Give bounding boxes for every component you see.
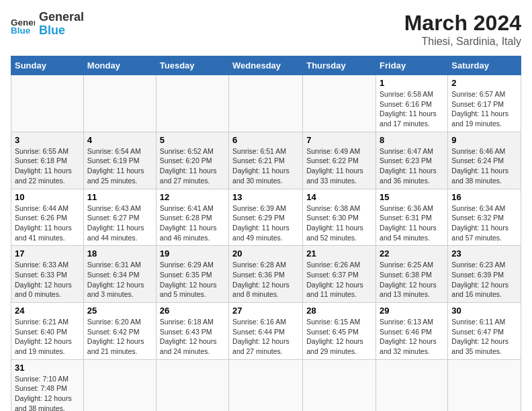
calendar-cell: [229, 359, 303, 411]
day-info: Sunrise: 6:31 AM Sunset: 6:34 PM Dayligh…: [87, 260, 152, 300]
day-info: Sunrise: 6:46 AM Sunset: 6:24 PM Dayligh…: [451, 146, 517, 186]
day-number: 30: [451, 306, 517, 316]
calendar-cell: 28Sunrise: 6:15 AM Sunset: 6:45 PM Dayli…: [303, 303, 376, 360]
day-info: Sunrise: 6:39 AM Sunset: 6:29 PM Dayligh…: [232, 203, 299, 243]
day-number: 13: [232, 192, 299, 202]
day-info: Sunrise: 6:41 AM Sunset: 6:28 PM Dayligh…: [160, 203, 225, 243]
day-info: Sunrise: 6:25 AM Sunset: 6:38 PM Dayligh…: [380, 260, 444, 300]
day-number: 25: [87, 306, 152, 316]
day-number: 12: [160, 192, 225, 202]
calendar-cell: 11Sunrise: 6:43 AM Sunset: 6:27 PM Dayli…: [83, 189, 156, 246]
day-info: Sunrise: 6:51 AM Sunset: 6:21 PM Dayligh…: [232, 146, 299, 186]
day-info: Sunrise: 6:18 AM Sunset: 6:43 PM Dayligh…: [160, 317, 225, 357]
day-info: Sunrise: 6:26 AM Sunset: 6:37 PM Dayligh…: [306, 260, 372, 300]
day-number: 10: [15, 192, 80, 202]
day-number: 4: [87, 135, 152, 145]
calendar-cell: [11, 75, 84, 132]
day-info: Sunrise: 6:36 AM Sunset: 6:31 PM Dayligh…: [380, 203, 444, 243]
day-info: Sunrise: 6:23 AM Sunset: 6:39 PM Dayligh…: [451, 260, 517, 300]
calendar-cell: [376, 359, 448, 411]
day-info: Sunrise: 6:13 AM Sunset: 6:46 PM Dayligh…: [380, 317, 444, 357]
calendar-cell: 20Sunrise: 6:28 AM Sunset: 6:36 PM Dayli…: [229, 246, 303, 303]
weekday-header-saturday: Saturday: [448, 56, 521, 75]
calendar-cell: 19Sunrise: 6:29 AM Sunset: 6:35 PM Dayli…: [156, 246, 228, 303]
calendar-cell: [448, 359, 521, 411]
day-info: Sunrise: 6:29 AM Sunset: 6:35 PM Dayligh…: [160, 260, 225, 300]
day-info: Sunrise: 6:33 AM Sunset: 6:33 PM Dayligh…: [15, 260, 80, 300]
calendar-cell: 18Sunrise: 6:31 AM Sunset: 6:34 PM Dayli…: [83, 246, 156, 303]
calendar-cell: [156, 75, 228, 132]
calendar-cell: 6Sunrise: 6:51 AM Sunset: 6:21 PM Daylig…: [229, 132, 303, 189]
day-number: 31: [15, 363, 80, 373]
calendar-cell: 30Sunrise: 6:11 AM Sunset: 6:47 PM Dayli…: [448, 303, 521, 360]
day-info: Sunrise: 6:55 AM Sunset: 6:18 PM Dayligh…: [15, 146, 80, 186]
day-info: Sunrise: 6:16 AM Sunset: 6:44 PM Dayligh…: [232, 317, 299, 357]
calendar-cell: 4Sunrise: 6:54 AM Sunset: 6:19 PM Daylig…: [83, 132, 156, 189]
weekday-header-sunday: Sunday: [11, 56, 84, 75]
day-number: 1: [380, 78, 444, 88]
calendar-cell: 21Sunrise: 6:26 AM Sunset: 6:37 PM Dayli…: [303, 246, 376, 303]
calendar-cell: 10Sunrise: 6:44 AM Sunset: 6:26 PM Dayli…: [11, 189, 84, 246]
calendar-cell: 24Sunrise: 6:21 AM Sunset: 6:40 PM Dayli…: [11, 303, 84, 360]
calendar-cell: 27Sunrise: 6:16 AM Sunset: 6:44 PM Dayli…: [229, 303, 303, 360]
day-info: Sunrise: 6:21 AM Sunset: 6:40 PM Dayligh…: [15, 317, 80, 357]
calendar-subtitle: Thiesi, Sardinia, Italy: [404, 36, 521, 48]
calendar-title: March 2024: [404, 11, 521, 36]
day-info: Sunrise: 6:57 AM Sunset: 6:17 PM Dayligh…: [451, 89, 517, 129]
calendar-cell: 7Sunrise: 6:49 AM Sunset: 6:22 PM Daylig…: [303, 132, 376, 189]
calendar-cell: 25Sunrise: 6:20 AM Sunset: 6:42 PM Dayli…: [83, 303, 156, 360]
day-info: Sunrise: 6:20 AM Sunset: 6:42 PM Dayligh…: [87, 317, 152, 357]
calendar-cell: 3Sunrise: 6:55 AM Sunset: 6:18 PM Daylig…: [11, 132, 84, 189]
calendar-cell: 5Sunrise: 6:52 AM Sunset: 6:20 PM Daylig…: [156, 132, 228, 189]
day-number: 28: [306, 306, 372, 316]
calendar-cell: 15Sunrise: 6:36 AM Sunset: 6:31 PM Dayli…: [376, 189, 448, 246]
week-row-6: 31Sunrise: 7:10 AM Sunset: 7:48 PM Dayli…: [11, 359, 521, 411]
day-info: Sunrise: 7:10 AM Sunset: 7:48 PM Dayligh…: [15, 374, 80, 411]
calendar-cell: 26Sunrise: 6:18 AM Sunset: 6:43 PM Dayli…: [156, 303, 228, 360]
day-number: 14: [306, 192, 372, 202]
calendar-table: SundayMondayTuesdayWednesdayThursdayFrid…: [11, 56, 521, 411]
day-number: 16: [451, 192, 517, 202]
calendar-cell: 12Sunrise: 6:41 AM Sunset: 6:28 PM Dayli…: [156, 189, 228, 246]
day-info: Sunrise: 6:47 AM Sunset: 6:23 PM Dayligh…: [380, 146, 444, 186]
calendar-cell: 29Sunrise: 6:13 AM Sunset: 6:46 PM Dayli…: [376, 303, 448, 360]
calendar-cell: 13Sunrise: 6:39 AM Sunset: 6:29 PM Dayli…: [229, 189, 303, 246]
day-number: 3: [15, 135, 80, 145]
calendar-cell: 2Sunrise: 6:57 AM Sunset: 6:17 PM Daylig…: [448, 75, 521, 132]
logo-icon: General Blue: [11, 12, 35, 36]
day-info: Sunrise: 6:52 AM Sunset: 6:20 PM Dayligh…: [160, 146, 225, 186]
calendar-cell: [303, 75, 376, 132]
day-number: 9: [451, 135, 517, 145]
calendar-cell: 9Sunrise: 6:46 AM Sunset: 6:24 PM Daylig…: [448, 132, 521, 189]
day-number: 11: [87, 192, 152, 202]
day-info: Sunrise: 6:11 AM Sunset: 6:47 PM Dayligh…: [451, 317, 517, 357]
calendar-cell: 16Sunrise: 6:34 AM Sunset: 6:32 PM Dayli…: [448, 189, 521, 246]
day-number: 17: [15, 248, 80, 259]
day-number: 20: [232, 248, 299, 259]
day-info: Sunrise: 6:15 AM Sunset: 6:45 PM Dayligh…: [306, 317, 372, 357]
day-info: Sunrise: 6:34 AM Sunset: 6:32 PM Dayligh…: [451, 203, 517, 243]
calendar-cell: [303, 359, 376, 411]
calendar-cell: 8Sunrise: 6:47 AM Sunset: 6:23 PM Daylig…: [376, 132, 448, 189]
weekday-header-friday: Friday: [376, 56, 448, 75]
day-number: 24: [15, 306, 80, 316]
page-header: General Blue General Blue March 2024 Thi…: [11, 11, 521, 48]
week-row-4: 17Sunrise: 6:33 AM Sunset: 6:33 PM Dayli…: [11, 246, 521, 303]
weekday-header-thursday: Thursday: [303, 56, 376, 75]
day-number: 2: [451, 78, 517, 88]
logo-blue: Blue: [39, 24, 84, 38]
calendar-cell: [83, 75, 156, 132]
weekday-header-tuesday: Tuesday: [156, 56, 228, 75]
week-row-2: 3Sunrise: 6:55 AM Sunset: 6:18 PM Daylig…: [11, 132, 521, 189]
svg-text:Blue: Blue: [11, 26, 31, 36]
day-info: Sunrise: 6:54 AM Sunset: 6:19 PM Dayligh…: [87, 146, 152, 186]
day-number: 7: [306, 135, 372, 145]
calendar-cell: 14Sunrise: 6:38 AM Sunset: 6:30 PM Dayli…: [303, 189, 376, 246]
day-number: 26: [160, 306, 225, 316]
calendar-cell: [156, 359, 228, 411]
week-row-3: 10Sunrise: 6:44 AM Sunset: 6:26 PM Dayli…: [11, 189, 521, 246]
logo: General Blue General Blue: [11, 11, 84, 38]
day-info: Sunrise: 6:38 AM Sunset: 6:30 PM Dayligh…: [306, 203, 372, 243]
weekday-header-row: SundayMondayTuesdayWednesdayThursdayFrid…: [11, 56, 521, 75]
day-number: 22: [380, 248, 444, 259]
